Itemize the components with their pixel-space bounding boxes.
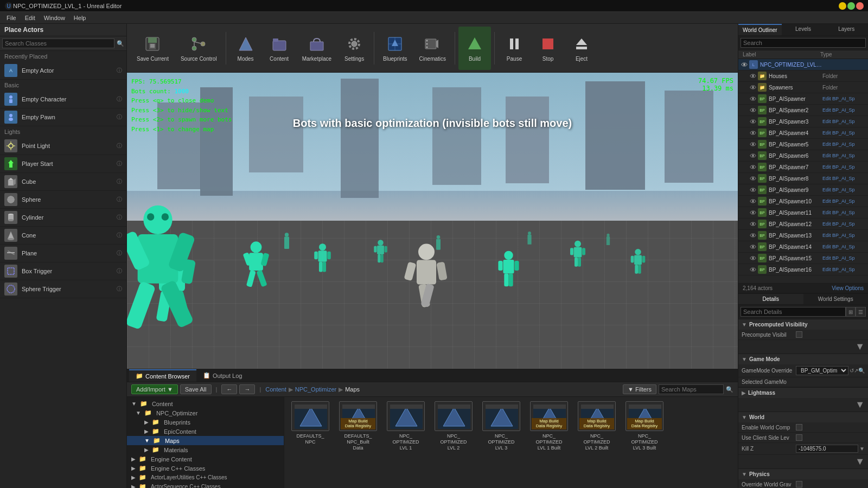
tab-levels[interactable]: Levels: [782, 24, 825, 35]
ol-item-3[interactable]: BP BP_AISpawner4 Edit BP_AI_Sp: [738, 127, 868, 139]
nav-forward-button[interactable]: →: [239, 384, 255, 394]
pause-button[interactable]: Pause: [498, 27, 531, 70]
asset-defaults-npc-built[interactable]: Map BuildData Registry DEFAULTS_NPC_Buil…: [336, 401, 380, 451]
tree-item-blueprints[interactable]: ▶ 📁 Blueprints: [127, 418, 284, 427]
lightmass-header[interactable]: ▶ Lightmass: [738, 388, 868, 398]
ol-item-0[interactable]: BP BP_AISpawner Edit BP_AI_Sp: [738, 93, 868, 105]
close-button[interactable]: [856, 2, 864, 10]
actor-box-trigger[interactable]: Box Trigger ⓘ: [0, 262, 126, 280]
actor-sphere-trigger[interactable]: Sphere Trigger ⓘ: [0, 280, 126, 298]
actor-cylinder[interactable]: Cylinder ⓘ: [0, 209, 126, 227]
client-side-checkbox[interactable]: [796, 434, 802, 441]
asset-defaults-npc[interactable]: DEFAULTS_NPC: [289, 401, 332, 445]
save-all-button[interactable]: Save All: [180, 384, 212, 394]
actor-empty-pawn[interactable]: Empty Pawn ⓘ: [0, 108, 126, 126]
override-gravity-checkbox[interactable]: [796, 481, 802, 487]
content-button[interactable]: Content: [263, 27, 296, 70]
stop-button[interactable]: Stop: [532, 27, 564, 70]
save-current-button[interactable]: Save Current: [131, 27, 174, 70]
eject-button[interactable]: Eject: [565, 27, 598, 70]
menu-file[interactable]: File: [2, 14, 21, 22]
search-classes-input[interactable]: [2, 38, 114, 48]
maximize-button[interactable]: [847, 2, 855, 10]
world-comp-checkbox[interactable]: [796, 424, 802, 431]
actor-point-light[interactable]: Point Light ⓘ: [0, 137, 126, 155]
tree-item-actor-seq[interactable]: ▶ 📁 ActorSequence C++ Classes: [127, 482, 284, 488]
ol-item-6[interactable]: BP BP_AISpawner7 Edit BP_AI_Sp: [738, 162, 868, 173]
gm-link-icon[interactable]: ↗: [854, 368, 858, 374]
details-expand-button[interactable]: ⊞: [846, 307, 856, 317]
breadcrumb-content[interactable]: Content: [265, 386, 286, 393]
asset-npc-lvl3[interactable]: NPC_OPTIMIZEDLVL 3: [480, 401, 523, 451]
tab-world-outliner[interactable]: World Outliner: [738, 24, 782, 35]
tree-item-content[interactable]: ▼ 📁 Content: [127, 399, 284, 408]
tree-item-engine-cpp[interactable]: ▶ 📁 Engine C++ Classes: [127, 464, 284, 473]
outliner-search-input[interactable]: [741, 38, 866, 48]
ol-item-7[interactable]: BP BP_AISpawner8 Edit BP_AI_Sp: [738, 173, 868, 184]
ol-item-1[interactable]: BP BP_AISpawner2 Edit BP_AI_Sp: [738, 105, 868, 116]
actor-empty-character[interactable]: Empty Character ⓘ: [0, 91, 126, 108]
add-import-button[interactable]: Add/Import ▼: [131, 384, 178, 394]
asset-npc-lvl2-built[interactable]: Map BuildData Registry NPC_OPTIMIZEDLVL …: [575, 401, 618, 451]
ol-item-9[interactable]: BP BP_AISpawner10 Edit BP_AI_Sp: [738, 196, 868, 207]
build-button[interactable]: Build: [458, 27, 491, 70]
viewport[interactable]: Bots with basic optimization (invisible …: [127, 73, 738, 369]
tree-item-maps[interactable]: ▼ 📁 Maps: [127, 436, 284, 445]
menu-edit[interactable]: Edit: [21, 14, 40, 22]
pv-collapse-arrow[interactable]: ▼: [855, 341, 865, 352]
source-control-button[interactable]: Source Control: [175, 27, 222, 70]
category-basic[interactable]: Basic: [0, 80, 126, 91]
ol-spawners-folder[interactable]: 📁 Spawners Folder: [738, 82, 868, 93]
section-precomputed-header[interactable]: ▼ Precomputed Visibility: [738, 319, 868, 330]
ol-item-12[interactable]: BP BP_AISpawner13 Edit BP_AI_Sp: [738, 230, 868, 241]
actor-sphere[interactable]: Sphere ⓘ: [0, 191, 126, 209]
tree-item-epic[interactable]: ▶ 📁 EpicContent: [127, 427, 284, 436]
kill-z-arrow[interactable]: ▼: [859, 446, 865, 452]
asset-npc-lvl2[interactable]: NPC_OPTIMIZEDLVL 2: [432, 401, 475, 451]
actor-plane[interactable]: Plane ⓘ: [0, 245, 126, 262]
marketplace-button[interactable]: Marketplace: [297, 27, 337, 70]
tree-item-materials[interactable]: ▶ 📁 Materials: [127, 445, 284, 454]
category-recently-placed[interactable]: Recently Placed: [0, 51, 126, 62]
ol-item-14[interactable]: BP BP_AISpawner15 Edit BP_AI_Sp: [738, 253, 868, 264]
nav-back-button[interactable]: ←: [221, 384, 237, 394]
search-maps-input[interactable]: [659, 384, 724, 394]
breadcrumb-npc-optimizer[interactable]: NPC_Optimizer: [295, 386, 336, 393]
menu-window[interactable]: Window: [40, 14, 69, 22]
details-search-input[interactable]: [741, 307, 846, 317]
physics-header[interactable]: ▼ Physics: [738, 469, 868, 479]
settings-button[interactable]: Settings: [338, 27, 371, 70]
ol-item-11[interactable]: BP BP_AISpawner12 Edit BP_AI_Sp: [738, 219, 868, 230]
gm-browse-icon[interactable]: 🔍: [858, 368, 865, 374]
tab-layers[interactable]: Layers: [825, 24, 868, 35]
actor-cone[interactable]: Cone ⓘ: [0, 227, 126, 245]
gm-reset-icon[interactable]: ↺: [850, 368, 854, 374]
ol-level-root[interactable]: L NPC_OPTIMIZED_LVL1 (Play World): [738, 59, 868, 70]
tab-content-browser[interactable]: 📁 Content Browser: [129, 369, 196, 382]
tree-item-actor-layer[interactable]: ▶ 📁 ActorLayerUtilities C++ Classes: [127, 473, 284, 482]
blueprints-button[interactable]: Blueprints: [378, 27, 412, 70]
world-header[interactable]: ▼ World: [738, 412, 868, 422]
game-mode-header[interactable]: ▼ Game Mode: [738, 354, 868, 364]
tab-details[interactable]: Details: [738, 294, 803, 304]
category-lights[interactable]: Lights: [0, 126, 126, 137]
tab-output-log[interactable]: 📋 Output Log: [196, 370, 248, 381]
actor-cube[interactable]: Cube ⓘ: [0, 173, 126, 191]
minimize-button[interactable]: [839, 2, 846, 10]
lm-collapse-arrow[interactable]: ▼: [855, 399, 865, 410]
ol-houses-folder[interactable]: 📁 Houses Folder: [738, 70, 868, 82]
ol-item-5[interactable]: BP BP_AISpawner6 Edit BP_AI_Sp: [738, 150, 868, 162]
tab-world-settings[interactable]: World Settings: [803, 294, 869, 304]
details-list-button[interactable]: ☰: [856, 307, 866, 317]
world-collapse-arrow[interactable]: ▼: [855, 456, 865, 467]
kill-z-input[interactable]: [796, 445, 858, 453]
menu-help[interactable]: Help: [69, 14, 91, 22]
ol-item-8[interactable]: BP BP_AISpawner9 Edit BP_AI_Sp: [738, 184, 868, 196]
ol-item-4[interactable]: BP BP_AISpawner5 Edit BP_AI_Sp: [738, 139, 868, 150]
asset-npc-lvl3-built[interactable]: Map BuildData Registry NPC_OPTIMIZEDLVL …: [623, 401, 666, 451]
asset-npc-lvl1[interactable]: NPC_OPTIMIZEDLVL 1: [384, 401, 427, 451]
ol-item-15[interactable]: BP BP_AISpawner16 Edit BP_AI_Sp: [738, 264, 868, 275]
tree-item-npc-optimizer[interactable]: ▼ 📁 NPC_Optimizer: [127, 408, 284, 418]
ol-item-13[interactable]: BP BP_AISpawner14 Edit BP_AI_Sp: [738, 241, 868, 253]
filters-button[interactable]: ▼ Filters: [623, 384, 656, 394]
